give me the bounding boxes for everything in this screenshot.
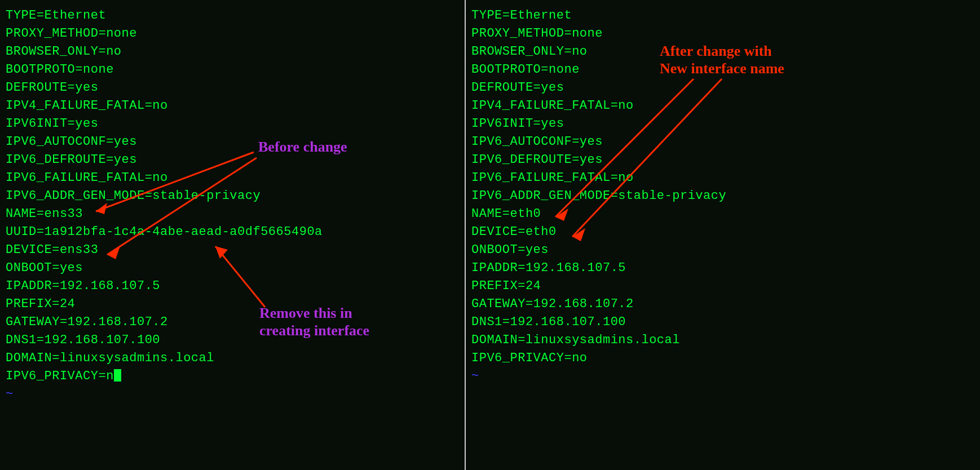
config-line: DEVICE=eth0	[471, 223, 974, 241]
config-line: DEFROUTE=yes	[6, 79, 459, 97]
vim-empty-line: ~	[6, 385, 459, 404]
config-line: TYPE=Ethernet	[471, 7, 974, 25]
config-line: IPV6_AUTOCONF=yes	[6, 133, 459, 151]
config-line: IPV6_PRIVACY=no	[471, 349, 974, 367]
config-line: PREFIX=24	[6, 295, 459, 313]
config-line: IPV6_FAILURE_FATAL=no	[471, 169, 974, 187]
config-line: ONBOOT=yes	[471, 241, 974, 259]
config-line: GATEWAY=192.168.107.2	[6, 313, 459, 331]
config-line: IPV6_FAILURE_FATAL=no	[6, 169, 459, 187]
config-line: PREFIX=24	[471, 277, 974, 295]
config-line: TYPE=Ethernet	[6, 7, 459, 25]
terminal-pane-left: TYPE=Ethernet PROXY_METHOD=none BROWSER_…	[0, 0, 465, 470]
config-line: DNS1=192.168.107.100	[6, 331, 459, 349]
config-line: GATEWAY=192.168.107.2	[471, 295, 974, 313]
config-line: ONBOOT=yes	[6, 259, 459, 277]
config-line: IPV4_FAILURE_FATAL=no	[6, 97, 459, 115]
config-line: NAME=eth0	[471, 205, 974, 223]
config-line: DOMAIN=linuxsysadmins.local	[471, 331, 974, 349]
annotation-before-change: Before change	[258, 138, 347, 156]
config-line: DEFROUTE=yes	[471, 79, 974, 97]
config-line: UUID=1a912bfa-1c4a-4abe-aead-a0df5665490…	[6, 223, 459, 241]
config-line: DEVICE=ens33	[6, 241, 459, 259]
vim-empty-line: ~	[471, 367, 974, 385]
config-line: IPV6INIT=yes	[6, 115, 459, 133]
config-line: NAME=ens33	[6, 205, 459, 223]
config-line: IPV6_ADDR_GEN_MODE=stable-privacy	[471, 187, 974, 205]
config-line: IPADDR=192.168.107.5	[6, 277, 459, 295]
config-line: DOMAIN=linuxsysadmins.local	[6, 349, 459, 367]
config-line: IPV4_FAILURE_FATAL=no	[471, 97, 974, 115]
config-line: DNS1=192.168.107.100	[471, 313, 974, 331]
config-line: IPV6_DEFROUTE=yes	[471, 151, 974, 169]
terminal-cursor	[114, 369, 121, 382]
config-line: IPV6_PRIVACY=n	[6, 367, 459, 385]
config-line: BOOTPROTO=none	[6, 61, 459, 79]
config-line: IPV6INIT=yes	[471, 115, 974, 133]
annotation-after-change: After change with New interface name	[660, 42, 784, 77]
config-line: IPV6_ADDR_GEN_MODE=stable-privacy	[6, 187, 459, 205]
config-line: IPV6_AUTOCONF=yes	[471, 133, 974, 151]
config-line: PROXY_METHOD=none	[471, 25, 974, 43]
annotation-remove-this: Remove this in creating interface	[259, 304, 369, 339]
config-line: BROWSER_ONLY=no	[6, 43, 459, 61]
config-line: PROXY_METHOD=none	[6, 25, 459, 43]
config-line: IPADDR=192.168.107.5	[471, 259, 974, 277]
config-line: IPV6_DEFROUTE=yes	[6, 151, 459, 169]
